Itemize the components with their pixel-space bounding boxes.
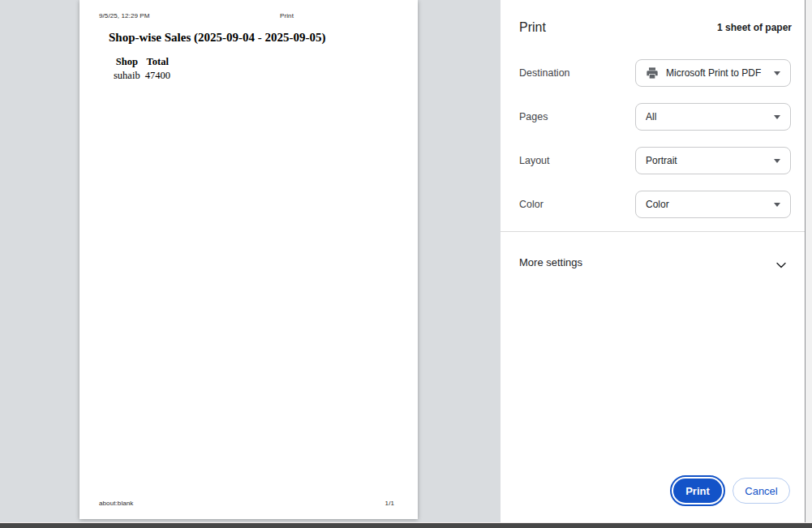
dialog-title: Print [519,20,546,35]
color-select[interactable]: Color [635,191,791,218]
layout-label: Layout [519,147,625,174]
destination-select[interactable]: Microsoft Print to PDF [635,59,791,87]
print-dialog: 9/5/25, 12:29 PM Print Shop-wise Sales (… [0,0,812,528]
preview-page: 9/5/25, 12:29 PM Print Shop-wise Sales (… [79,0,418,519]
layout-value: Portrait [646,155,769,166]
layout-select[interactable]: Portrait [635,147,791,174]
destination-value: Microsoft Print to PDF [666,67,769,79]
print-settings-panel: Print 1 sheet of paper Destination Micro… [501,0,805,522]
page-header-date: 9/5/25, 12:29 PM [99,12,150,19]
bottom-window-bar [0,522,812,528]
table-cell-total: 47400 [143,70,173,82]
sheet-count: 1 sheet of paper [717,22,792,33]
pages-value: All [646,111,769,122]
caret-down-icon [774,115,780,119]
printer-icon [646,67,659,79]
page-footer-url: about:blank [99,500,133,507]
pages-label: Pages [519,103,625,131]
page-header-title: Print [280,12,294,19]
scrollbar-track[interactable] [805,0,812,522]
pages-select[interactable]: All [635,103,791,131]
print-button[interactable]: Print [673,479,722,503]
more-settings-label: More settings [519,250,582,276]
table-header-shop: Shop [111,56,143,70]
document-title: Shop-wise Sales (2025-09-04 - 2025-09-05… [109,31,326,45]
table-row: suhaib 47400 [111,70,173,82]
table-header-row: Shop Total [111,56,173,70]
table-cell-shop: suhaib [111,70,143,82]
page-footer-pagenumber: 1/1 [385,500,394,507]
print-preview-area: 9/5/25, 12:29 PM Print Shop-wise Sales (… [0,0,501,522]
cancel-button[interactable]: Cancel [733,478,790,504]
caret-down-icon [774,203,780,207]
panel-divider [501,231,805,232]
more-settings-toggle[interactable]: More settings [501,250,805,276]
caret-down-icon [774,159,780,163]
destination-label: Destination [519,59,625,87]
table-header-total: Total [143,56,173,70]
sales-table: Shop Total suhaib 47400 [111,56,173,82]
color-label: Color [519,191,625,218]
print-button-focus-ring: Print [670,475,725,506]
caret-down-icon [774,71,780,75]
chevron-down-icon [775,258,787,273]
color-value: Color [646,199,769,210]
